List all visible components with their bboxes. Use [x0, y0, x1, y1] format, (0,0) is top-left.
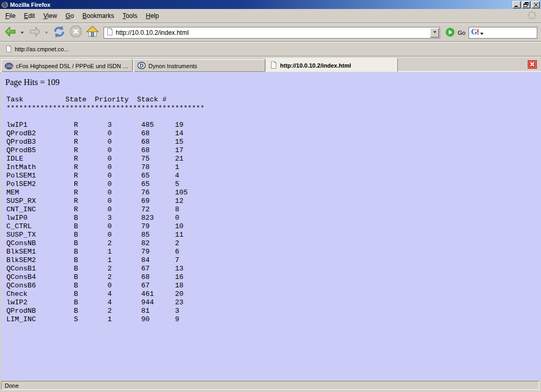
svg-text:cfos: cfos	[6, 64, 13, 68]
titlebar: Mozilla Firefox	[0, 0, 541, 9]
svg-text:G: G	[471, 27, 478, 36]
restore-button[interactable]	[522, 1, 530, 8]
cfos-icon: cfos	[5, 61, 13, 71]
task-table: Task State Priority Stack # ************…	[6, 96, 537, 324]
status-panel: Done	[1, 381, 539, 390]
menu-help[interactable]: Help	[142, 11, 163, 21]
throbber-icon	[527, 11, 537, 22]
menu-file[interactable]: File	[1, 11, 20, 21]
google-icon: G	[471, 27, 479, 38]
page-icon	[106, 27, 114, 38]
search-box: G	[469, 27, 537, 39]
bookmark-item[interactable]: http://as.cmpnet.co...	[3, 44, 71, 54]
forward-dropdown[interactable]	[45, 32, 48, 35]
tab-label: Dynon Instruments	[148, 63, 197, 69]
forward-icon	[28, 25, 42, 40]
page-icon	[5, 45, 12, 53]
forward-button[interactable]	[27, 24, 43, 41]
tab-bar: cfos cFos Highspeed DSL / PPPoE und ISDN…	[0, 57, 541, 72]
go-button[interactable]	[445, 27, 455, 38]
reload-button[interactable]	[51, 24, 67, 42]
menu-view[interactable]: View	[39, 11, 61, 21]
navigation-toolbar: Go G	[0, 23, 541, 42]
menu-bookmarks[interactable]: Bookmarks	[78, 11, 118, 21]
status-bar: Done	[0, 380, 541, 392]
reload-icon	[52, 25, 66, 41]
tab-label: http://10.0.10.2/index.html	[280, 62, 351, 69]
go-label[interactable]: Go	[458, 30, 465, 36]
menu-go[interactable]: Go	[61, 11, 78, 21]
bookmarks-toolbar: http://as.cmpnet.co...	[0, 42, 541, 57]
url-dropdown-button[interactable]	[430, 28, 439, 38]
back-button[interactable]	[3, 24, 18, 41]
tab-strip-spacer	[399, 59, 526, 72]
tab-index-html-active[interactable]: http://10.0.10.2/index.html	[266, 58, 398, 72]
window-title: Mozilla Firefox	[10, 2, 50, 8]
minimize-button[interactable]	[512, 1, 521, 8]
page-icon	[270, 61, 277, 70]
url-bar	[104, 27, 440, 39]
stop-icon	[69, 25, 82, 40]
bookmark-label: http://as.cmpnet.co...	[15, 46, 69, 52]
search-engine-dropdown[interactable]	[480, 33, 483, 36]
back-icon	[4, 25, 17, 40]
menu-tools[interactable]: Tools	[118, 11, 142, 21]
dynon-icon	[137, 61, 146, 71]
close-tab-button[interactable]	[528, 60, 537, 69]
back-dropdown[interactable]	[21, 32, 24, 35]
stop-button[interactable]	[68, 24, 83, 41]
firefox-logo-icon	[1, 1, 8, 8]
home-button[interactable]	[85, 24, 100, 41]
page-content: Page Hits = 109 Task State Priority Stac…	[0, 72, 541, 380]
home-icon	[86, 25, 99, 40]
close-window-button[interactable]	[531, 1, 540, 8]
search-input[interactable]	[484, 29, 541, 37]
tab-dynon[interactable]: Dynon Instruments	[134, 59, 265, 72]
menu-edit[interactable]: Edit	[20, 11, 39, 21]
page-hits-text: Page Hits = 109	[5, 78, 537, 87]
browser-window: Mozilla Firefox File Edit	[0, 0, 541, 392]
url-input[interactable]	[116, 29, 428, 36]
tab-cfos[interactable]: cfos cFos Highspeed DSL / PPPoE und ISDN…	[1, 59, 133, 72]
menubar: File Edit View Go Bookmarks Tools Help	[0, 9, 541, 23]
status-text: Done	[5, 382, 18, 389]
tab-label: cFos Highspeed DSL / PPPoE und ISDN CAP.…	[16, 63, 129, 69]
